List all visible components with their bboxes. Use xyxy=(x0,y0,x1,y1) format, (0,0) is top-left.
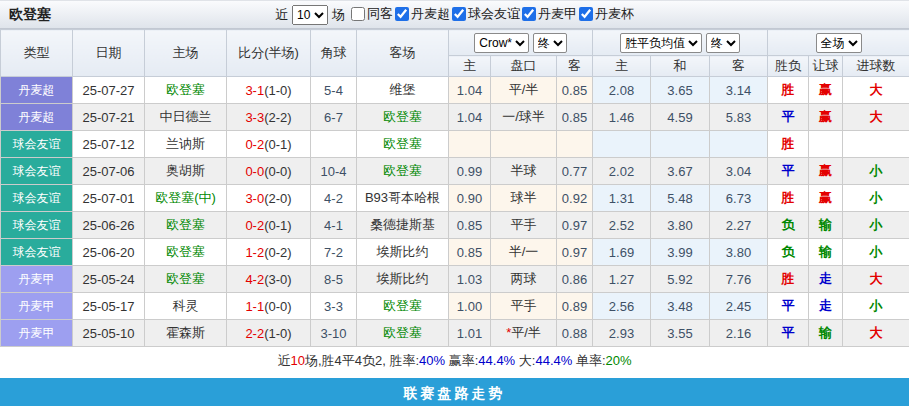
summary-segment: 赢率: xyxy=(445,353,478,368)
cell-ah-away-odds: 0.77 xyxy=(557,158,593,185)
europe-odds-select[interactable]: 胜平负均值 xyxy=(620,33,702,53)
table-row: 球会友谊25-07-12兰讷斯0-2(0-1)欧登塞胜 xyxy=(1,131,909,158)
filter-丹麦杯[interactable]: 丹麦杯 xyxy=(577,5,634,23)
matches-label: 场 xyxy=(332,6,345,24)
cell-date: 25-05-10 xyxy=(73,320,145,347)
col-header-type: 类型 xyxy=(1,30,73,77)
filter-丹麦超[interactable]: 丹麦超 xyxy=(393,5,450,23)
cell-eu-draw-odds: 3.67 xyxy=(651,158,710,185)
cell-corners: 4-2 xyxy=(311,185,357,212)
cell-away-team: 欧登塞 xyxy=(357,131,449,158)
odds-stage-select-1[interactable]: 终 xyxy=(533,33,567,53)
cell-eu-away-odds: 7.76 xyxy=(710,266,768,293)
col-header-away: 客场 xyxy=(357,30,449,77)
cell-date: 25-07-01 xyxy=(73,185,145,212)
cell-corners: 6-7 xyxy=(311,104,357,131)
cell-ah-home-odds: 1.04 xyxy=(449,104,491,131)
cell-eu-draw-odds: 4.59 xyxy=(651,104,710,131)
cell-date: 25-05-24 xyxy=(73,266,145,293)
cell-ah-line: 平手 xyxy=(491,293,557,320)
table-row: 球会友谊25-06-26欧登塞0-2(0-1)4-1桑德捷斯基0.85平手0.9… xyxy=(1,212,909,239)
filter-checkbox[interactable] xyxy=(579,7,593,21)
cell-goals-result: 小 xyxy=(843,239,909,266)
subcol-eu-draw: 和 xyxy=(651,56,710,77)
cell-home-team: 中日德兰 xyxy=(145,104,227,131)
cell-result: 胜 xyxy=(768,266,809,293)
summary-segment: 20% xyxy=(606,353,632,368)
cell-score: 3-1(1-0) xyxy=(227,77,311,104)
cell-result: 平 xyxy=(768,293,809,320)
cell-away-team: 维堡 xyxy=(357,77,449,104)
cell-ah-home-odds: 0.85 xyxy=(449,212,491,239)
filter-丹麦甲[interactable]: 丹麦甲 xyxy=(520,5,577,23)
cell-eu-home-odds: 2.52 xyxy=(593,212,651,239)
cell-goals-result: 大 xyxy=(843,320,909,347)
cell-eu-draw-odds: 5.48 xyxy=(651,185,710,212)
cell-eu-draw-odds: 3.80 xyxy=(651,212,710,239)
record-summary: 近10场,胜4平4负2, 胜率:40% 赢率:44.4% 大:44.4% 单率:… xyxy=(0,347,909,375)
asian-odds-header: Crow* 终 xyxy=(449,30,593,56)
filter-checkbox[interactable] xyxy=(452,7,466,21)
cell-away-team: 欧登塞 xyxy=(357,320,449,347)
cell-home-team: 霍森斯 xyxy=(145,320,227,347)
cell-corners: 3-10 xyxy=(311,320,357,347)
filter-checkbox[interactable] xyxy=(351,7,365,21)
cell-ah-line: *平/半 xyxy=(491,320,557,347)
cell-away-team: 欧登塞 xyxy=(357,158,449,185)
cell-eu-draw-odds: 3.65 xyxy=(651,77,710,104)
summary-segment: 单率: xyxy=(572,353,605,368)
filter-checkbox[interactable] xyxy=(522,7,536,21)
cell-corners: 7-2 xyxy=(311,239,357,266)
cell-score: 2-2(1-0) xyxy=(227,320,311,347)
subcol-eu-home: 主 xyxy=(593,56,651,77)
subcol-result: 胜负 xyxy=(768,56,809,77)
cell-eu-away-odds: 2.16 xyxy=(710,320,768,347)
odds-company-select[interactable]: Crow* xyxy=(474,33,529,53)
cell-eu-home-odds: 1.46 xyxy=(593,104,651,131)
cell-league-type: 丹麦甲 xyxy=(1,320,73,347)
cell-result: 平 xyxy=(768,158,809,185)
cell-ah-line: 一/球半 xyxy=(491,104,557,131)
cell-ah-line: 平手 xyxy=(491,212,557,239)
cell-corners: 10-4 xyxy=(311,158,357,185)
scope-select[interactable]: 全场 xyxy=(816,33,862,53)
filter-同客[interactable]: 同客 xyxy=(349,5,393,23)
summary-segment: 大: xyxy=(515,353,535,368)
cell-score: 3-0(2-0) xyxy=(227,185,311,212)
cell-corners xyxy=(311,131,357,158)
filter-controls: 近 10 场 同客丹麦超球会友谊丹麦甲丹麦杯 xyxy=(0,1,909,28)
subcol-ah-result: 让球 xyxy=(809,56,843,77)
filter-球会友谊[interactable]: 球会友谊 xyxy=(450,5,520,23)
cell-corners: 5-4 xyxy=(311,77,357,104)
odds-stage-select-2[interactable]: 终 xyxy=(706,33,740,53)
table-row: 丹麦甲25-05-17科灵1-1(0-0)3-3欧登塞1.00平手0.892.5… xyxy=(1,293,909,320)
filter-label: 丹麦超 xyxy=(411,5,450,23)
cell-result: 平 xyxy=(768,320,809,347)
summary-segment: 场,胜4平4负2, 胜率: xyxy=(305,353,419,368)
cell-league-type: 丹麦超 xyxy=(1,104,73,131)
cell-goals-result: 小 xyxy=(843,212,909,239)
recent-count-select[interactable]: 10 xyxy=(292,5,328,25)
cell-ah-result: 输 xyxy=(809,212,843,239)
subcol-eu-away: 客 xyxy=(710,56,768,77)
cell-eu-draw-odds: 3.55 xyxy=(651,320,710,347)
cell-date: 25-06-20 xyxy=(73,239,145,266)
filter-label: 同客 xyxy=(367,5,393,23)
cell-ah-away-odds: 0.86 xyxy=(557,266,593,293)
cell-ah-result: 赢 xyxy=(809,158,843,185)
cell-ah-result: 输 xyxy=(809,320,843,347)
cell-ah-home-odds: 0.85 xyxy=(449,239,491,266)
filter-checkbox[interactable] xyxy=(395,7,409,21)
cell-ah-home-odds: 1.03 xyxy=(449,266,491,293)
cell-ah-result: 输 xyxy=(809,239,843,266)
league-filter-checkboxes: 同客丹麦超球会友谊丹麦甲丹麦杯 xyxy=(349,5,634,24)
col-header-corner: 角球 xyxy=(311,30,357,77)
cell-eu-home-odds: 1.31 xyxy=(593,185,651,212)
cell-goals-result: 小 xyxy=(843,185,909,212)
summary-segment: 44.4% xyxy=(478,353,515,368)
cell-date: 25-06-26 xyxy=(73,212,145,239)
cell-eu-away-odds xyxy=(710,131,768,158)
cell-goals-result: 大 xyxy=(843,77,909,104)
cell-goals-result: 大 xyxy=(843,266,909,293)
cell-score: 0-0(0-0) xyxy=(227,158,311,185)
